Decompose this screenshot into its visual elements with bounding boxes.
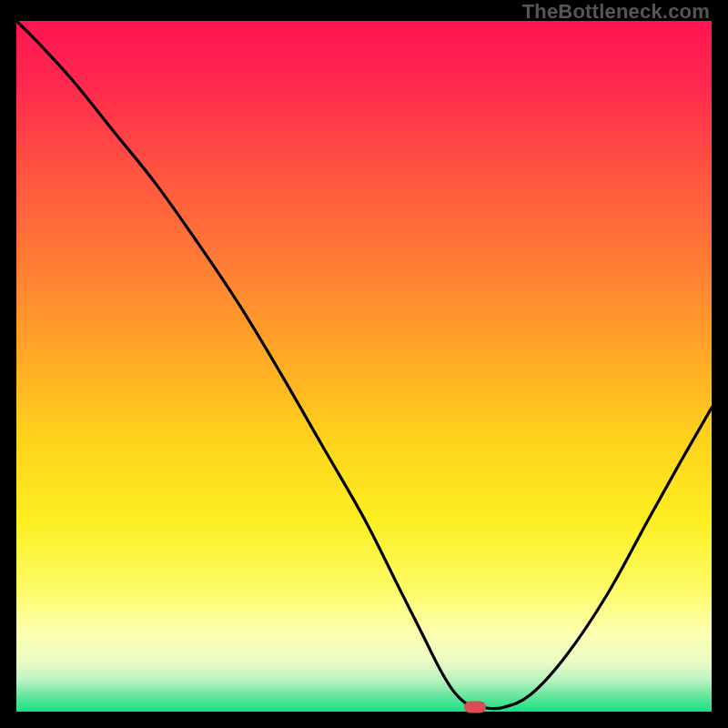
watermark-text: TheBottleneck.com: [522, 0, 710, 24]
optimal-point-marker: [464, 702, 486, 713]
chart-frame: TheBottleneck.com: [0, 0, 728, 728]
chart-background: [16, 21, 712, 712]
bottleneck-chart: [16, 21, 712, 712]
